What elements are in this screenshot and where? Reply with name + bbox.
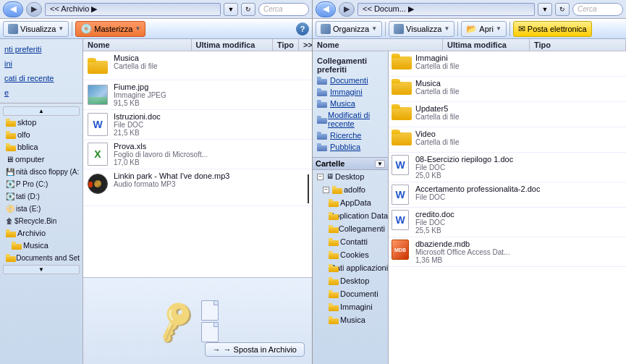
file-icon-folder — [392, 54, 412, 74]
masterizza-label: Masterizza — [94, 25, 132, 33]
masterizza-button[interactable]: 💿 Masterizza ▼ — [75, 21, 145, 37]
tree-item-dstati[interactable]: 💽 tati (D:) — [0, 190, 83, 203]
left-forward-button[interactable]: ▶ — [26, 2, 42, 17]
left-path-box[interactable]: << Archivio ▶ — [45, 3, 221, 16]
file-meta: Cartella di file — [114, 62, 309, 70]
tree-item-cookies[interactable]: Cookies — [313, 248, 388, 261]
desktop-icon: 🖥 — [326, 171, 334, 182]
file-icon-folder — [392, 104, 412, 124]
sidebar-item-ini[interactable]: ini — [0, 56, 83, 71]
tree-item-documenti-sub[interactable]: Documenti — [313, 287, 388, 300]
list-item[interactable]: Linkin park - What I've done.mp3 Audio f… — [83, 169, 312, 206]
tree-item-desktop-sub[interactable]: Desktop — [313, 274, 388, 287]
fav-item-immagini[interactable]: Immagini — [313, 86, 388, 98]
folder-icon — [329, 251, 339, 259]
tree-item-sktop[interactable]: sktop — [0, 117, 83, 129]
right-col-header-date[interactable]: Ultima modifica — [443, 39, 530, 51]
tree-item-eista[interactable]: 📀 ista (E:) — [0, 203, 83, 215]
right-visualizza-button[interactable]: Visualizza ▼ — [389, 21, 454, 37]
tree-item-appdata[interactable]: AppData — [313, 196, 388, 209]
list-item[interactable]: Updater5 Cartella di file — [389, 102, 626, 127]
tree-item-desktop-root[interactable]: − 🖥 Desktop — [313, 170, 388, 183]
left-column-headers: Nome Ultima modifica Tipo >> — [83, 39, 312, 51]
tree-item-omputer[interactable]: 🖥 omputer — [0, 153, 83, 166]
fav-item-musica[interactable]: Musica — [313, 98, 388, 109]
right-path-dropdown[interactable]: ▼ — [538, 3, 552, 16]
left-refresh-button[interactable]: ↻ — [241, 3, 255, 16]
sidebar-item-e[interactable]: e — [0, 85, 83, 100]
tree-item-collegamenti[interactable]: Collegamenti — [313, 222, 388, 235]
left-visualizza-label: Visualizza — [20, 25, 56, 33]
tree-item-contatti[interactable]: Contatti — [313, 235, 388, 248]
tree-item-musica-sub[interactable]: Musica — [313, 313, 388, 326]
archive-drop-zone[interactable]: 🔑 → → Sposta in Archivio — [83, 277, 312, 364]
list-item[interactable]: credito.doc File DOC25,5 KB — [389, 208, 626, 237]
tree-item-musica[interactable]: Musica — [0, 240, 83, 252]
list-item[interactable]: 08-Esercizio riepilogo 1.doc File DOC25,… — [389, 153, 626, 182]
tree-item-documents[interactable]: Documents and Set — [0, 252, 83, 264]
left-address-bar: ◀ ▶ << Archivio ▶ ▼ ↻ Cerca — [0, 0, 312, 19]
left-help-button[interactable]: ? — [296, 22, 309, 35]
fav-item-label: Immagini — [330, 88, 363, 96]
tree-item-cpro[interactable]: 💽 P Pro (C:) — [0, 178, 83, 190]
right-panel: ◀ ▶ << Docum... ▶ ▼ ↻ Cerca Organizza ▼ … — [313, 0, 626, 364]
sidebar-item-recente[interactable]: cati di recente — [0, 71, 83, 85]
fav-item-modificati[interactable]: Modificati di recente — [313, 109, 388, 130]
tree-item-floppy[interactable]: 💾 nità disco floppy (A: — [0, 166, 83, 178]
list-item[interactable]: Immagini Cartella di file — [389, 51, 626, 77]
left-path-dropdown[interactable]: ▼ — [224, 3, 238, 16]
col-header-date[interactable]: Ultima modifica — [192, 39, 273, 51]
right-forward-button[interactable]: ▶ — [339, 2, 355, 17]
sidebar-item-preferiti[interactable]: nti preferiti — [0, 42, 83, 56]
archive-button[interactable]: → → Sposta in Archivio — [205, 342, 305, 357]
col-header-name[interactable]: Nome — [83, 39, 192, 51]
right-apri-button[interactable]: 📂 Apri ▼ — [461, 21, 506, 37]
file-item-info: Musica Cartella di file — [415, 79, 623, 96]
col-header-type[interactable]: Tipo — [273, 39, 299, 51]
col-header-expand[interactable]: >> — [299, 39, 312, 51]
fav-item-documenti[interactable]: Documenti — [313, 75, 388, 86]
right-col-header-type[interactable]: Tipo — [530, 39, 626, 51]
fav-item-ricerche[interactable]: Ricerche — [313, 130, 388, 141]
tree-item-adolfo[interactable]: − adolfo — [313, 183, 388, 196]
tree-item-recycle[interactable]: 🗑 $Recycle.Bin — [0, 215, 83, 227]
sidebar-scroll-up[interactable]: ▲ — [3, 106, 80, 116]
tree-expand[interactable]: − — [323, 187, 329, 193]
left-visualizza-button[interactable]: Visualizza ▼ — [3, 21, 69, 37]
right-posta-button[interactable]: ✉ Posta elettronica — [513, 21, 592, 37]
right-back-button[interactable]: ◀ — [316, 1, 336, 17]
right-refresh-button[interactable]: ↻ — [555, 3, 570, 16]
left-search-box[interactable]: Cerca — [258, 3, 309, 16]
file-icon-folder — [392, 79, 412, 99]
left-back-button[interactable]: ◀ — [3, 1, 23, 17]
tree-item-immagini-sub[interactable]: Immagini — [313, 300, 388, 313]
list-item[interactable]: Video Cartella di file — [389, 127, 626, 153]
recycle-icon: 🗑 — [6, 216, 13, 227]
right-search-placeholder: Cerca — [578, 5, 597, 13]
tree-item-olfo[interactable]: olfo — [0, 129, 83, 141]
tree-expand[interactable]: − — [317, 174, 323, 180]
list-item[interactable]: MDB dbaziende.mdb Microsoft Office Acces… — [389, 237, 626, 267]
fav-folder-icon — [317, 77, 327, 85]
tree-item-datiapp[interactable]: Dati applicazioni — [313, 261, 388, 274]
list-item[interactable]: Musica Cartella di file — [389, 77, 626, 102]
list-item[interactable]: Istruzioni.doc File DOC21,5 KB — [83, 110, 312, 140]
right-path-box[interactable]: << Docum... ▶ — [358, 3, 535, 16]
sidebar-scroll-down[interactable]: ▼ — [3, 265, 80, 274]
right-toolbar-sep1 — [385, 22, 386, 36]
right-search-box[interactable]: Cerca — [572, 3, 623, 16]
folder-icon — [6, 119, 16, 127]
tree-item-archivio[interactable]: Archivio — [0, 227, 83, 240]
right-toolbar-sep3 — [509, 22, 510, 36]
right-column-headers: Nome Ultima modifica Tipo — [313, 39, 626, 51]
tree-item-bblica[interactable]: bblica — [0, 141, 83, 153]
list-item[interactable]: Fiume.jpg Immagine JPEG91,5 KB — [83, 80, 312, 110]
right-organizza-button[interactable]: Organizza ▼ — [316, 21, 382, 37]
list-item[interactable]: X Prova.xls Foglio di lavoro di Microsof… — [83, 140, 312, 169]
folders-expand-btn[interactable]: ▼ — [375, 160, 385, 168]
right-col-header-name[interactable]: Nome — [313, 39, 443, 51]
tree-item-application-data[interactable]: Application Data — [313, 209, 388, 222]
list-item[interactable]: Musica Cartella di file — [83, 51, 312, 80]
fav-item-pubblica[interactable]: Pubblica — [313, 141, 388, 153]
list-item[interactable]: Accertamento professionalita-2.doc File … — [389, 182, 626, 208]
